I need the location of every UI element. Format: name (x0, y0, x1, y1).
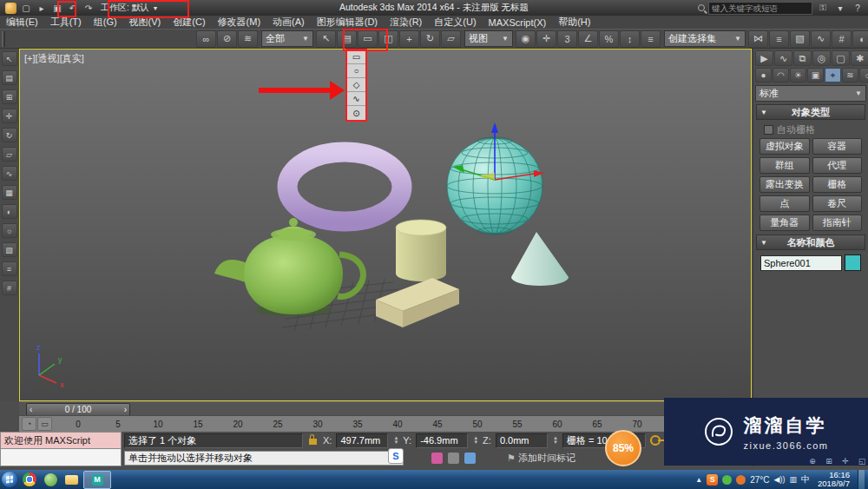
left-toolbar-button[interactable]: ◐ (2, 204, 17, 219)
cone-object[interactable] (511, 232, 569, 286)
x-spinner[interactable]: ▲▼ (393, 436, 398, 445)
left-toolbar-button[interactable]: ↻ (2, 128, 17, 142)
window-crossing-toggle-icon[interactable]: ◫ (378, 30, 398, 48)
helper-container-button[interactable]: 容器 (812, 138, 863, 155)
create-tab-icon[interactable]: ▶ (755, 50, 773, 66)
helper-crowd-button[interactable]: 群组 (760, 157, 810, 174)
name-color-rollout-header[interactable]: ▼ 名称和颜色 (756, 235, 865, 250)
sogou-tray-icon[interactable]: S (707, 474, 718, 486)
reference-coordinate-dropdown[interactable]: 视图▼ (464, 30, 513, 47)
menu-rendering[interactable]: 渲染(R) (384, 16, 428, 29)
align-icon[interactable]: ≡ (769, 30, 789, 48)
left-toolbar-button[interactable]: ☼ (2, 223, 17, 238)
toolbar-drag-handle[interactable] (2, 31, 5, 47)
next-frame-icon[interactable]: › (124, 405, 127, 414)
zoom-extents-icon[interactable]: ⊞ (822, 455, 836, 467)
isolate-selection-icon[interactable] (431, 453, 443, 464)
show-hidden-icons[interactable]: ▲ (695, 476, 702, 484)
region-paint-item[interactable]: ⊙ (347, 106, 365, 120)
box-object[interactable] (376, 278, 459, 327)
object-color-swatch[interactable] (845, 254, 861, 271)
time-slider-handle[interactable]: ‹ 0 / 100 › (26, 403, 130, 416)
menu-modifiers[interactable]: 修改器(M) (212, 16, 267, 29)
open-file-icon[interactable]: ▸ (35, 2, 49, 14)
menu-views[interactable]: 视图(V) (123, 16, 168, 29)
menu-customize[interactable]: 自定义(U) (428, 16, 482, 29)
redo-icon[interactable]: ↷ (82, 2, 95, 14)
offset-mode-icon[interactable] (448, 453, 459, 464)
edit-named-selection-sets-icon[interactable]: ≡ (641, 30, 661, 48)
left-toolbar-button[interactable]: ▱ (2, 147, 17, 162)
workspace-dropdown[interactable]: 工作区: 默认 ▼ (97, 2, 162, 14)
open-mini-curve-editor-icon[interactable]: ◔ (22, 417, 36, 431)
helper-delegate-button[interactable]: 代理 (812, 157, 863, 174)
helper-tape-button[interactable]: 卷尺 (812, 195, 863, 212)
network-icon[interactable]: ▥ (790, 475, 798, 484)
left-toolbar-button[interactable]: ∿ (2, 166, 17, 181)
menu-maxscript[interactable]: MAXScript(X) (483, 16, 553, 29)
use-center-icon[interactable]: ◉ (516, 30, 536, 48)
perspective-viewport[interactable]: [+][透视][真实] (19, 49, 752, 401)
left-toolbar-button[interactable]: ▧ (2, 242, 17, 257)
time-tag-button[interactable]: ⚑ 添加时间标记 (507, 452, 575, 465)
torus-object[interactable] (287, 152, 402, 221)
z-coord-field[interactable]: 0.0mm (496, 433, 548, 448)
max-logo-icon[interactable] (3, 2, 17, 14)
helper-protractor-button[interactable]: 量角器 (760, 215, 810, 231)
mirror-icon[interactable]: ⋈ (748, 30, 768, 48)
angle-snap-icon[interactable]: ∠ (578, 30, 598, 48)
helper-category-dropdown[interactable]: 标准 ▼ (755, 85, 866, 102)
track-bar-filter-icon[interactable]: ▭ (37, 417, 52, 431)
maxscript-listener-line[interactable] (0, 449, 122, 466)
menu-create[interactable]: 创建(C) (167, 16, 211, 29)
help-icon[interactable]: ? (851, 2, 865, 14)
y-coord-field[interactable]: -46.9mm (416, 433, 468, 448)
object-type-rollout-header[interactable]: ▼ 对象类型 (756, 104, 865, 120)
z-spinner[interactable]: ▲▼ (553, 436, 558, 445)
menu-tools[interactable]: 工具(T) (44, 16, 88, 29)
maxscript-macro-recorder-line[interactable]: 欢迎使用 MAXScript (0, 432, 122, 449)
communication-center-icon[interactable]: ▾ (833, 2, 847, 14)
y-spinner[interactable]: ▲▼ (473, 436, 478, 445)
space-warps-category-icon[interactable]: ≋ (842, 68, 858, 83)
select-object-icon[interactable]: ↖ (316, 30, 336, 48)
left-toolbar-button[interactable]: ≡ (2, 261, 17, 276)
left-toolbar-button[interactable]: ↖ (2, 51, 17, 66)
select-and-scale-icon[interactable]: ▱ (441, 30, 461, 48)
left-toolbar-button[interactable]: ▤ (2, 70, 17, 85)
left-toolbar-button[interactable]: ⊞ (2, 89, 17, 104)
menu-help[interactable]: 帮助(H) (552, 16, 596, 29)
select-and-rotate-icon[interactable]: ↻ (420, 30, 440, 48)
curve-editor-icon[interactable]: ∿ (811, 30, 831, 48)
helper-compass-button[interactable]: 指南针 (812, 215, 863, 231)
left-toolbar-button[interactable]: # (2, 281, 17, 295)
schematic-view-icon[interactable]: # (832, 30, 852, 48)
region-rectangle-item[interactable]: ▭ (347, 50, 365, 64)
menu-animation[interactable]: 动画(A) (266, 16, 311, 29)
shapes-category-icon[interactable]: ◠ (773, 68, 789, 83)
spinner-snap-icon[interactable]: ↕ (620, 30, 640, 48)
sign-in-icon[interactable]: ⚿ (816, 2, 830, 14)
volume-icon[interactable]: ◀)) (774, 475, 786, 484)
sogou-ime-icon[interactable]: S (388, 448, 404, 464)
download-tray-icon[interactable] (736, 475, 746, 485)
cameras-category-icon[interactable]: ▣ (807, 68, 824, 83)
language-indicator[interactable]: 中 (801, 473, 810, 486)
antivirus-tray-icon[interactable] (722, 475, 732, 485)
selection-filter-dropdown[interactable]: 全部▼ (261, 30, 313, 47)
autogrid-checkbox[interactable] (764, 125, 773, 135)
save-file-icon[interactable]: ▣ (50, 2, 64, 14)
region-lasso-item[interactable]: ∿ (347, 92, 365, 106)
select-and-move-icon[interactable]: + (399, 30, 419, 48)
zoom-icon[interactable]: ⊕ (806, 455, 819, 467)
taskbar-clock[interactable]: 16:16 2018/9/7 (814, 471, 853, 488)
3ds-max-taskbar-button[interactable]: M (83, 471, 111, 489)
new-scene-icon[interactable]: ▢ (19, 2, 33, 14)
selection-lock-icon[interactable] (309, 439, 317, 445)
bind-to-space-warp-icon[interactable]: ≋ (238, 30, 258, 48)
unlink-selection-icon[interactable]: ⊘ (217, 30, 237, 48)
set-key-icon[interactable] (650, 435, 661, 446)
start-button[interactable] (2, 472, 17, 487)
teapot-object[interactable] (214, 218, 363, 316)
x-coord-field[interactable]: 497.7mm (336, 433, 388, 448)
